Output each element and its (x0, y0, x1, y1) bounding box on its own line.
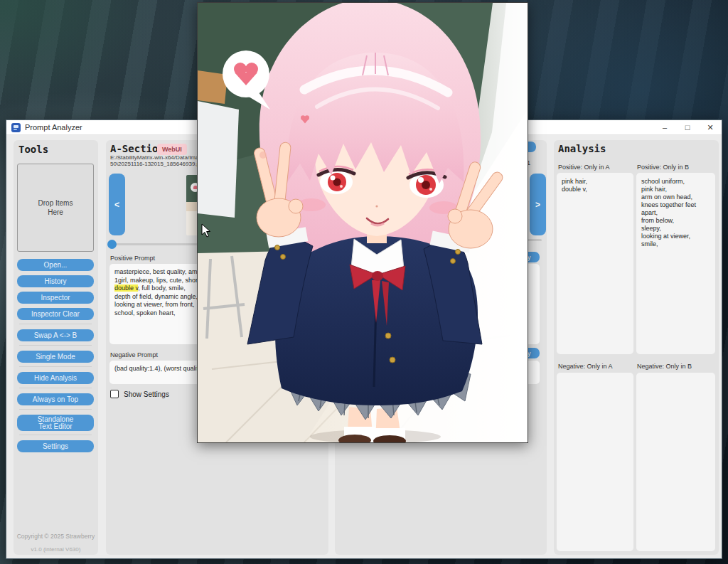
negative-only-a-box[interactable] (557, 373, 633, 551)
prev-image-button[interactable]: < (109, 174, 125, 235)
divider (19, 435, 92, 435)
divider (19, 366, 92, 367)
positive-only-b-box[interactable]: school uniform, pink hair, arm on own he… (636, 173, 715, 354)
analysis-heading: Analysis (558, 143, 606, 154)
drop-items-zone[interactable]: Drop Items Here (17, 164, 94, 252)
maximize-button[interactable]: □ (676, 120, 699, 134)
anime-illustration (198, 3, 528, 442)
divider (19, 345, 92, 346)
inspector-button[interactable]: Inspector (17, 292, 94, 304)
image-preview-window[interactable] (197, 2, 528, 443)
anime-girl (247, 3, 505, 442)
version-text: v1.0 (internal V630) (14, 546, 98, 553)
close-button[interactable]: ✕ (699, 120, 722, 134)
divider (19, 388, 92, 388)
a-section-heading: A-Section (110, 143, 164, 154)
show-settings-label: Show Settings (124, 390, 169, 398)
settings-button[interactable]: Settings (17, 440, 94, 452)
tools-panel: Tools Drop Items Here Open... History In… (14, 140, 98, 555)
positive-only-a-box[interactable]: pink hair, double v, (557, 173, 633, 354)
app-icon (11, 123, 21, 132)
positive-only-b-label: Positive: Only in B (637, 164, 689, 171)
highlighted-token: double v (114, 284, 138, 292)
positive-prompt-label: Positive Prompt (110, 255, 155, 262)
inspector-clear-button[interactable]: Inspector Clear (17, 308, 94, 320)
history-button[interactable]: History (17, 275, 94, 287)
standalone-text-editor-button[interactable]: Standalone Text Editor (17, 415, 94, 431)
webui-badge: WebUI (157, 144, 187, 155)
show-settings-checkbox[interactable] (110, 390, 119, 398)
analysis-panel: Analysis Positive: Only in A Positive: O… (554, 140, 719, 555)
always-on-top-button[interactable]: Always on Top (17, 393, 94, 405)
next-image-button[interactable]: > (530, 174, 546, 235)
copyright-text: Copyright © 2025 Strawberry (14, 533, 98, 540)
window-controls: – □ ✕ (653, 120, 722, 134)
thumbnail-slider-handle[interactable] (107, 240, 117, 249)
negative-only-b-label: Negative: Only in B (637, 363, 692, 370)
minimize-button[interactable]: – (653, 120, 676, 134)
open-button[interactable]: Open... (17, 259, 94, 271)
mouse-cursor (201, 223, 212, 238)
negative-only-a-label: Negative: Only in A (558, 363, 613, 370)
prompt-line-rest: , full body, smile, (138, 284, 185, 292)
negative-only-b-box[interactable] (636, 373, 715, 551)
negative-prompt-label: Negative Prompt (110, 351, 158, 358)
tools-heading: Tools (18, 144, 48, 155)
hide-analysis-button[interactable]: Hide Analysis (17, 372, 94, 384)
swap-a-b-button[interactable]: Swap A <-> B (17, 329, 94, 341)
divider (19, 324, 92, 324)
divider (19, 409, 92, 410)
positive-only-a-label: Positive: Only in A (558, 164, 610, 171)
window-title: Prompt Analyzer (25, 123, 82, 132)
nose (375, 205, 378, 207)
single-mode-button[interactable]: Single Mode (17, 351, 94, 363)
screen: Prompt Analyzer – □ ✕ Tools Drop Items H… (0, 0, 728, 564)
